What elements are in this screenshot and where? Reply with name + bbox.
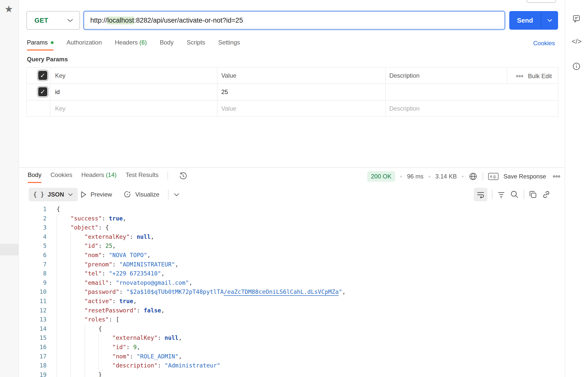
chevron-down-icon bbox=[174, 193, 180, 197]
save-response-button[interactable]: Save Response bbox=[503, 173, 546, 180]
app-window: ★ </> GET http://localhost:8282/api/user… bbox=[0, 0, 588, 377]
code-snippet-icon[interactable]: </> bbox=[572, 38, 582, 48]
param-row-checkbox[interactable]: ✓ bbox=[38, 87, 47, 96]
indent-guide bbox=[85, 324, 98, 334]
network-globe-icon[interactable] bbox=[469, 172, 478, 181]
line-number: 6 bbox=[19, 251, 47, 260]
line-number: 8 bbox=[19, 269, 47, 278]
code-token: null bbox=[137, 232, 151, 242]
status-divider bbox=[483, 172, 483, 180]
code-token: "+229 67235410" bbox=[109, 269, 161, 278]
indent-guide bbox=[57, 361, 70, 370]
param-key-placeholder[interactable]: Key bbox=[55, 105, 65, 112]
indent-guide bbox=[70, 287, 84, 297]
code-token: } bbox=[98, 370, 102, 377]
table-row-divider bbox=[27, 83, 558, 84]
send-button-label[interactable]: Send bbox=[509, 11, 541, 30]
code-token: "resetPassword" bbox=[85, 306, 137, 315]
indent-guide bbox=[57, 223, 70, 232]
comments-icon[interactable] bbox=[572, 14, 582, 24]
url-input[interactable]: http://localhost:8282/api/user/activate-… bbox=[83, 11, 506, 30]
tab-response-cookies[interactable]: Cookies bbox=[51, 171, 72, 183]
response-more-actions-icon[interactable] bbox=[553, 175, 561, 178]
code-token: 9 bbox=[133, 343, 137, 352]
info-icon[interactable] bbox=[572, 62, 582, 72]
indent-guide bbox=[70, 269, 84, 278]
indent-guide bbox=[57, 260, 70, 269]
code-line: 6"nom": "NOVA TOPO", bbox=[19, 251, 565, 260]
indent-guide bbox=[57, 306, 70, 315]
param-value-placeholder[interactable]: Value bbox=[221, 105, 236, 112]
send-options-caret[interactable] bbox=[541, 11, 558, 30]
bulk-edit-button[interactable]: Bulk Edit bbox=[516, 73, 552, 80]
code-token: "NOVA TOPO" bbox=[109, 251, 147, 260]
indent-guide bbox=[57, 251, 70, 260]
format-select[interactable]: { } JSON bbox=[29, 188, 78, 201]
line-number: 2 bbox=[19, 214, 47, 223]
tab-scripts[interactable]: Scripts bbox=[187, 39, 205, 51]
code-token: : bbox=[119, 287, 126, 297]
table-row-divider bbox=[27, 100, 558, 101]
indent-guide bbox=[70, 343, 84, 352]
link-icon[interactable] bbox=[542, 190, 551, 199]
visualize-button[interactable]: Visualize bbox=[123, 188, 159, 201]
param-description-placeholder[interactable]: Description bbox=[389, 105, 419, 112]
line-number: 7 bbox=[19, 260, 47, 269]
send-button[interactable]: Send bbox=[509, 11, 558, 30]
code-token: , bbox=[112, 241, 116, 251]
tab-response-body[interactable]: Body bbox=[28, 171, 41, 183]
tab-response-headers[interactable]: Headers (14) bbox=[81, 171, 116, 183]
code-token: : bbox=[126, 343, 133, 352]
cookies-link[interactable]: Cookies bbox=[533, 40, 555, 47]
indent-guide bbox=[98, 343, 112, 352]
filter-icon[interactable] bbox=[497, 190, 506, 199]
code-token: : bbox=[98, 241, 105, 251]
tab-settings[interactable]: Settings bbox=[218, 39, 240, 51]
code-line: 8"tel": "+229 67235410", bbox=[19, 269, 565, 278]
code-token: , bbox=[189, 278, 192, 288]
code-token: : bbox=[109, 315, 116, 324]
method-select[interactable]: GET bbox=[26, 11, 80, 30]
status-badge[interactable]: 200 OK bbox=[367, 171, 395, 182]
response-size[interactable]: 3.14 KB bbox=[435, 173, 457, 180]
search-icon[interactable] bbox=[510, 190, 519, 199]
viewer-more-caret[interactable] bbox=[174, 188, 180, 201]
top-partial-button[interactable] bbox=[526, 0, 556, 3]
chevron-down-icon bbox=[67, 18, 73, 22]
indent-guide bbox=[98, 333, 112, 343]
select-all-checkbox[interactable]: ✓ bbox=[38, 71, 47, 80]
code-token: null bbox=[164, 333, 178, 343]
code-token: : bbox=[109, 278, 116, 288]
param-key-cell[interactable]: id bbox=[55, 88, 60, 96]
star-favorite-icon[interactable]: ★ bbox=[5, 4, 13, 15]
tab-authorization[interactable]: Authorization bbox=[67, 39, 102, 51]
code-token: "id" bbox=[85, 241, 98, 251]
tab-test-results[interactable]: Test Results bbox=[126, 171, 159, 183]
code-line: 10"password": "$2a$10$qTUb0tMK72pT48pytl… bbox=[19, 287, 565, 297]
code-token: , bbox=[175, 260, 179, 269]
code-token: "prenom" bbox=[85, 260, 112, 269]
code-token: : bbox=[158, 361, 165, 370]
indent-guide bbox=[57, 315, 70, 324]
code-token: "rnovatopo@gmail.com" bbox=[116, 278, 189, 288]
preview-button[interactable]: Preview bbox=[80, 188, 112, 201]
tab-headers[interactable]: Headers (6) bbox=[115, 39, 147, 51]
indent-guide bbox=[70, 241, 84, 251]
copy-icon[interactable] bbox=[529, 190, 537, 199]
indent-guide bbox=[85, 333, 98, 343]
code-token: : bbox=[112, 297, 119, 306]
ellipsis-icon bbox=[516, 75, 523, 77]
left-sidebar: ★ bbox=[0, 0, 19, 377]
code-token: "object" bbox=[70, 223, 98, 232]
history-icon[interactable] bbox=[178, 171, 188, 181]
param-value-cell[interactable]: 25 bbox=[221, 88, 228, 96]
tab-body[interactable]: Body bbox=[160, 39, 174, 51]
tab-params[interactable]: Params bbox=[27, 39, 54, 51]
code-token: : bbox=[158, 333, 165, 343]
code-link-token[interactable]: /eaZcTDM88ceOniLS6lCahL.dLsVCpMZa bbox=[224, 287, 339, 297]
response-body-code[interactable]: 1{2"success": true,3"object": {4"externa… bbox=[19, 203, 565, 377]
column-header-key: Key bbox=[55, 72, 65, 79]
line-number: 18 bbox=[19, 361, 47, 370]
wrap-text-button[interactable] bbox=[474, 188, 487, 201]
response-time[interactable]: 96 ms bbox=[407, 173, 423, 180]
